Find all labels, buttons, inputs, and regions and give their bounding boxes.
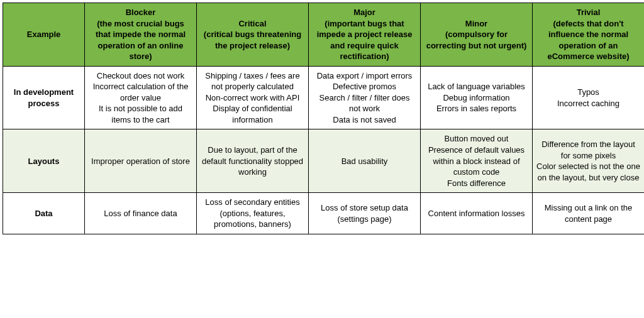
cell-line: Debug information: [425, 92, 528, 104]
cell-critical: Due to layout, part of the default funct…: [197, 129, 309, 193]
col-title: Trivial: [577, 8, 601, 17]
table-body: In development processCheckout does not …: [3, 66, 645, 234]
col-major: Major (important bugs that impede a proj…: [309, 3, 421, 67]
col-critical: Critical (critical bugs threatening the …: [197, 3, 309, 67]
cell-major: Data export / import errorsDefective pro…: [309, 66, 421, 129]
row-label: Layouts: [3, 129, 85, 193]
col-title: Minor: [465, 19, 487, 28]
cell-line: Difference from the layout for some pixe…: [536, 139, 640, 161]
cell-major: Bad usability: [309, 129, 421, 193]
cell-line: Defective promos: [313, 81, 416, 92]
cell-minor: Lack of language variablesDebug informat…: [421, 66, 533, 129]
cell-line: Missing out a link on the content page: [536, 202, 640, 224]
cell-line: Checkout does not work: [89, 70, 192, 82]
table-row: DataLoss of finance dataLoss of secondar…: [3, 193, 645, 234]
col-title: Example: [27, 30, 60, 39]
cell-line: Loss of secondary entities (options, fea…: [201, 197, 304, 230]
cell-line: Incorrect caching: [536, 98, 640, 109]
col-title: Major: [353, 8, 375, 17]
table-row: LayoutsImproper operation of storeDue to…: [3, 129, 645, 193]
table-row: In development processCheckout does not …: [3, 66, 645, 129]
cell-line: Content information losses: [425, 208, 528, 219]
row-label: In development process: [3, 66, 85, 129]
cell-blocker: Improper operation of store: [85, 129, 197, 193]
cell-line: Loss of finance data: [89, 208, 192, 219]
table-header: Example Blocker (the most crucial bugs t…: [3, 3, 645, 67]
cell-line: Data export / import errors: [313, 70, 416, 82]
cell-line: Loss of store setup data (settings page): [313, 202, 416, 224]
cell-line: Incorrect calculation of the order value: [89, 81, 192, 103]
col-subtitle: (compulsory for correcting but not urgen…: [426, 30, 527, 50]
col-example: Example: [3, 3, 85, 67]
cell-line: Data is not saved: [313, 114, 416, 126]
cell-blocker: Checkout does not workIncorrect calculat…: [85, 66, 197, 129]
cell-critical: Loss of secondary entities (options, fea…: [197, 193, 309, 234]
cell-major: Loss of store setup data (settings page): [309, 193, 421, 234]
cell-trivial: Difference from the layout for some pixe…: [533, 129, 645, 193]
cell-minor: Button moved outPresence of default valu…: [421, 129, 533, 193]
row-label: Data: [3, 193, 85, 234]
col-subtitle: (the most crucial bugs that impede the n…: [96, 19, 186, 62]
col-trivial: Trivial (defects that don't influence th…: [533, 3, 645, 67]
bug-severity-table: Example Blocker (the most crucial bugs t…: [3, 3, 644, 234]
cell-line: Bad usability: [313, 156, 416, 167]
cell-line: Shipping / taxes / fees are not properly…: [201, 70, 304, 92]
col-blocker: Blocker (the most crucial bugs that impe…: [85, 3, 197, 67]
col-minor: Minor (compulsory for correcting but not…: [421, 3, 533, 67]
col-title: Blocker: [126, 8, 156, 17]
cell-line: Display of confidential information: [201, 103, 304, 125]
cell-line: Presence of default values within a bloc…: [425, 145, 528, 178]
col-title: Critical: [238, 19, 266, 28]
cell-line: Non-correct work with API: [201, 92, 304, 104]
cell-critical: Shipping / taxes / fees are not properly…: [197, 66, 309, 129]
cell-trivial: Missing out a link on the content page: [533, 193, 645, 234]
col-subtitle: (important bugs that impede a project re…: [317, 19, 413, 62]
cell-line: Lack of language variables: [425, 81, 528, 92]
cell-line: Fonts difference: [425, 178, 528, 189]
col-subtitle: (critical bugs threatening the project r…: [204, 30, 301, 50]
cell-line: Improper operation of store: [89, 156, 192, 167]
cell-line: Button moved out: [425, 133, 528, 145]
cell-line: It is not possible to add items to the c…: [89, 103, 192, 125]
cell-trivial: TyposIncorrect caching: [533, 66, 645, 129]
col-subtitle: (defects that don't influence the normal…: [547, 19, 629, 62]
cell-blocker: Loss of finance data: [85, 193, 197, 234]
cell-line: Color selected is not the one on the lay…: [536, 161, 640, 183]
cell-line: Errors in sales reports: [425, 103, 528, 114]
cell-line: Search / filter / filter does not work: [313, 92, 416, 114]
cell-line: Typos: [536, 87, 640, 98]
cell-minor: Content information losses: [421, 193, 533, 234]
cell-line: Due to layout, part of the default funct…: [201, 145, 304, 178]
